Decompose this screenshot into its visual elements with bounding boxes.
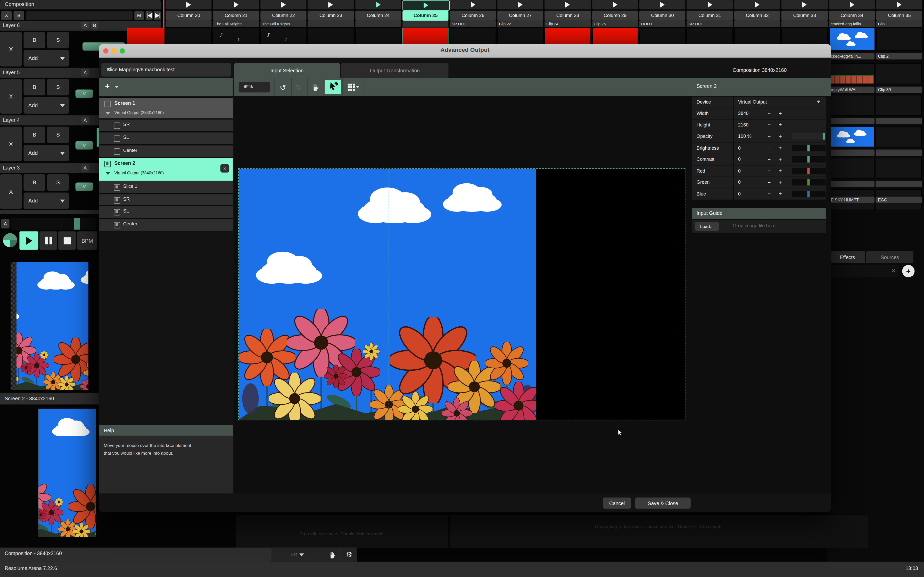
close-icon[interactable]: × [220, 164, 229, 172]
column-play-button[interactable] [213, 0, 259, 10]
tree-item-center[interactable]: Center [99, 219, 233, 231]
column-play-button[interactable] [308, 0, 354, 10]
column-header[interactable]: Column 27 [498, 10, 543, 20]
clip-name-label[interactable] [734, 21, 780, 27]
property-value-cell[interactable]: 0−+ [734, 177, 826, 188]
clip-name-label[interactable]: Clip 39 [876, 87, 922, 93]
checkbox[interactable] [114, 122, 120, 129]
increment-button[interactable]: + [779, 156, 782, 162]
value-slider[interactable] [792, 133, 825, 140]
column-play-button[interactable] [450, 0, 496, 10]
column-play-button[interactable] [402, 0, 450, 11]
layer-x-button[interactable]: X [0, 174, 22, 209]
play-button[interactable] [19, 231, 38, 250]
clip-name-label[interactable] [355, 21, 401, 27]
value-slider[interactable] [792, 168, 825, 174]
expand-caret-icon[interactable] [105, 172, 110, 175]
clip-name-label[interactable]: Clip 1 [876, 21, 922, 27]
tab-input-selection[interactable]: Input Selection [234, 63, 340, 78]
layer-a-button[interactable]: A [81, 164, 89, 172]
column-play-button[interactable] [544, 0, 591, 10]
layer-video-button[interactable]: V [76, 183, 93, 191]
column-header[interactable]: Column 29 [592, 10, 638, 20]
tree-item-sr[interactable]: SR [99, 194, 233, 205]
column-header[interactable]: Column 25 [402, 10, 449, 20]
checkbox[interactable] [114, 135, 120, 142]
crossfader-slider[interactable] [11, 218, 96, 230]
layer-x-button[interactable]: X [0, 32, 22, 66]
clip-name-label[interactable]: Clip 24 [544, 21, 591, 27]
layer-x-button[interactable]: X [0, 126, 22, 161]
clip-name-label[interactable]: The Fall Knights [213, 21, 259, 27]
increment-button[interactable]: + [779, 168, 782, 174]
tree-item-slice-1[interactable]: Slice 1 [99, 181, 233, 193]
increment-button[interactable]: + [779, 145, 782, 151]
column-header[interactable]: Column 21 [213, 10, 259, 20]
clip-name-label[interactable] [829, 150, 874, 156]
property-value-cell[interactable]: Virtual Output [734, 97, 826, 107]
clip-name-label[interactable]: Clip 2 [876, 53, 922, 60]
clip-thumbnail-cell[interactable] [829, 63, 874, 84]
decrement-button[interactable]: − [767, 134, 771, 139]
checkbox[interactable] [104, 100, 111, 107]
pause-button[interactable] [39, 231, 57, 250]
column-header[interactable]: Column 32 [734, 10, 780, 20]
column-header[interactable]: Column 23 [308, 10, 354, 20]
tree-item-screen-1[interactable]: Screen 1Virtual Output (3840x2160) [99, 98, 233, 118]
layer-bypass-button[interactable]: B [23, 174, 45, 191]
clip-thumbnail-cell[interactable] [876, 126, 922, 147]
slice-divider-line[interactable] [388, 169, 388, 420]
expand-caret-icon[interactable] [105, 112, 110, 114]
dialog-titlebar[interactable]: Advanced Output [99, 44, 831, 58]
tree-item-screen-2[interactable]: Screen 2Virtual Output (3840x2160)× [99, 158, 233, 181]
property-value-cell[interactable]: 0−+ [734, 154, 826, 165]
clip-name-label[interactable] [829, 181, 874, 187]
clip-name-label[interactable] [782, 21, 827, 27]
clip-name-label[interactable]: cracked-egg-fallin... [829, 21, 875, 27]
decrement-button[interactable]: − [767, 122, 771, 128]
clip-thumbnail-cell[interactable] [876, 95, 922, 116]
column-play-button[interactable] [260, 0, 307, 10]
tree-item-sr[interactable]: SR [99, 119, 233, 131]
property-value-cell[interactable]: 3840−+ [734, 108, 826, 119]
decrement-button[interactable]: − [767, 145, 771, 151]
clip-cell[interactable] [829, 27, 875, 50]
clip-name-label[interactable]: Clip 22 [498, 21, 543, 27]
clip-name-label[interactable]: mptyWall WAL... [829, 87, 874, 93]
column-header[interactable]: Column 20 [165, 10, 212, 20]
clip-thumbnail-cell[interactable] [876, 158, 922, 179]
preset-dropdown[interactable]: Alice Mappingv6 macbook test [101, 63, 231, 77]
zoom-level-dropdown[interactable]: 22% [239, 82, 270, 92]
metronome-icon[interactable] [3, 233, 17, 247]
layer-a-button[interactable]: A [81, 117, 89, 124]
tree-item-sl[interactable]: SL [99, 132, 233, 144]
pan-tool-button[interactable] [307, 78, 324, 96]
clip-name-label[interactable] [829, 118, 874, 124]
column-play-button[interactable] [498, 0, 543, 10]
add-effect-button[interactable]: + [902, 265, 914, 277]
stop-button[interactable] [58, 231, 76, 250]
value-slider[interactable] [792, 145, 825, 151]
checkbox[interactable] [114, 209, 120, 215]
property-value-cell[interactable]: 0−+ [734, 142, 826, 153]
fit-dropdown[interactable]: Fit [272, 548, 323, 562]
grid-snap-dropdown[interactable] [344, 78, 364, 96]
tree-item-sl[interactable]: SL [99, 206, 233, 218]
save-close-button[interactable]: Save & Close [635, 497, 691, 508]
clip-thumbnail-cell[interactable] [829, 158, 874, 179]
layer-bypass-button[interactable]: B [23, 126, 45, 143]
layer-bypass-button[interactable]: B [23, 32, 45, 48]
property-value-cell[interactable]: 2160−+ [734, 119, 826, 131]
settings-button[interactable]: ⚙ [341, 548, 357, 562]
pan-hand-button[interactable] [323, 548, 340, 562]
composition-bounds[interactable] [239, 169, 685, 420]
layer-video-button[interactable]: V [76, 142, 93, 150]
add-screen-button[interactable]: + [105, 81, 110, 91]
effect-drop-zone[interactable]: Drop effect or mask. Double click to sea… [236, 515, 448, 548]
increment-button[interactable]: + [779, 111, 782, 116]
clip-name-label[interactable]: cked-egg-fallin... [829, 53, 874, 60]
clip-name-label[interactable]: Clip 25 [592, 21, 638, 27]
clip-name-label[interactable]: SR OUT [687, 21, 733, 27]
select-tool-button[interactable] [323, 78, 343, 96]
layer-video-button[interactable]: V [76, 89, 93, 98]
